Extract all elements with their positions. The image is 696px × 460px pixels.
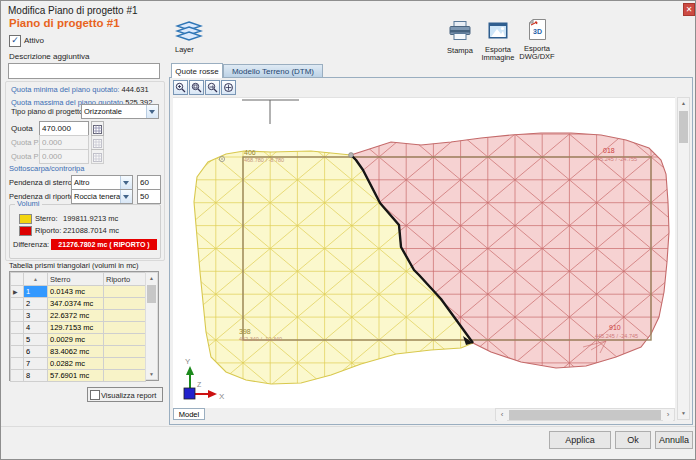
zoom-window-button[interactable] [189,80,204,95]
sterro-value: 199811.9213 mc [63,214,118,223]
attivo-checkbox[interactable]: ✓ [9,35,21,47]
table-row[interactable]: 683.4062 mc [11,346,146,358]
visualizza-report-label: Visualizza report [101,391,156,400]
quota-p3-picker-button[interactable] [91,149,104,164]
scroll-up-icon[interactable]: ▲ [678,98,689,109]
table-row[interactable]: 70.0282 mc [11,358,146,370]
drawing-canvas[interactable]: 406468.780 / -8.780018445.245 / -24.7553… [173,97,675,409]
canvas-hscrollbar[interactable]: ‹ › [495,408,675,421]
quota-input[interactable] [39,121,89,136]
riporto-cell[interactable] [104,334,146,346]
vscrollbar-thumb[interactable] [679,111,688,143]
prism-table: ▲ Sterro Riporto ▶10.0143 mc2347.0374 mc… [10,272,146,382]
tipo-select[interactable]: Orizzontale [81,104,159,119]
sort-asc-icon[interactable]: ▲ [24,273,48,286]
layer-label: Layer [173,45,209,54]
header-sterro[interactable]: Sterro [48,273,104,286]
row-id-cell[interactable]: 2 [24,298,48,310]
descrizione-input[interactable] [8,63,160,79]
axis-label-x: X [219,392,225,401]
scroll-left-icon[interactable]: ‹ [497,409,507,421]
sterro-cell[interactable]: 129.7153 mc [48,322,104,334]
hscrollbar-thumb[interactable] [509,410,661,420]
pendenza-riporto-num-input[interactable] [137,189,161,204]
table-header-row: ▲ Sterro Riporto [11,273,146,286]
esporta-immagine-button[interactable]: Esporta Immagine [479,19,517,63]
point-label-id: 406 [244,149,256,156]
table-scrollbar-thumb[interactable] [147,285,156,303]
table-caption: Tabella prismi triangolari (volumi in mc… [9,261,139,270]
ok-button[interactable]: Ok [615,431,651,449]
sterro-cell[interactable]: 0.0143 mc [48,286,104,298]
point-label-coords: 462.340 / -12.340 [239,336,282,342]
close-icon[interactable]: ✕ [683,3,695,16]
zoom-previous-icon [207,82,218,93]
row-id-cell[interactable]: 7 [24,358,48,370]
row-id-cell[interactable]: 4 [24,322,48,334]
quota-p3-input[interactable] [39,149,89,164]
riporto-color-swatch [19,226,32,236]
scroll-right-icon[interactable]: › [663,409,673,421]
visualizza-report-checkbox[interactable] [90,390,100,400]
esporta-dwg-button[interactable]: 3D Esporta DWG/DXF [517,17,557,63]
sottoscarpa-label: Sottoscarpa/controripa [9,164,84,173]
point-label-id: 018 [603,147,615,154]
stampa-button[interactable]: Stampa [441,19,479,59]
quota-minima-label: Quota minima del piano quotato: [11,85,119,94]
table-row[interactable]: 322.6372 mc [11,310,146,322]
table-row[interactable]: 50.0029 mc [11,334,146,346]
table-row[interactable]: 857.6901 mc [11,370,146,382]
zoom-previous-button[interactable] [205,80,220,95]
row-id-cell[interactable]: 8 [24,370,48,382]
row-id-cell[interactable]: 1 [24,286,48,298]
row-id-cell[interactable]: 5 [24,334,48,346]
riporto-cell[interactable] [104,286,146,298]
canvas-vscrollbar[interactable]: ▲ ▼ [677,97,690,420]
header-riporto[interactable]: Riporto [104,273,146,286]
layer-button[interactable]: Layer [173,21,207,61]
quota-minima-value: 444.631 [122,85,149,94]
sterro-cell[interactable]: 83.4062 mc [48,346,104,358]
riporto-cell[interactable] [104,310,146,322]
model-tab[interactable]: Model [173,408,205,420]
quota-p2-input[interactable] [39,135,89,150]
tab-quote-rosse[interactable]: Quote rosse [171,63,223,78]
riporto-cell[interactable] [104,358,146,370]
table-row[interactable]: 4129.7153 mc [11,322,146,334]
quota-p2-picker-button[interactable] [91,135,104,150]
point-label-coords: 445.245 / -24.755 [594,156,637,162]
sterro-cell[interactable]: 0.0029 mc [48,334,104,346]
scroll-down-icon[interactable]: ▼ [678,408,689,419]
pendenza-sterro-label: Pendenza di sterro: [9,178,74,187]
point-label-id: 398 [239,328,251,335]
pan-button[interactable] [221,80,236,95]
scroll-down-icon[interactable]: ▼ [146,369,157,379]
table-scrollbar[interactable]: ▲ ▼ [145,272,158,380]
layers-icon [175,21,203,41]
row-id-cell[interactable]: 6 [24,346,48,358]
visualizza-report-button[interactable]: Visualizza report [87,387,163,402]
pendenza-riporto-select[interactable]: Roccia tenera (S [71,189,133,204]
sterro-cell[interactable]: 57.6901 mc [48,370,104,382]
sterro-cell[interactable]: 0.0282 mc [48,358,104,370]
scroll-up-icon[interactable]: ▲ [146,273,157,283]
riporto-cell[interactable] [104,370,146,382]
pendenza-sterro-num-input[interactable] [137,175,161,190]
pendenza-sterro-select[interactable]: Altro [71,175,133,190]
sterro-cell[interactable]: 347.0374 mc [48,298,104,310]
riporto-cell[interactable] [104,298,146,310]
riporto-cell[interactable] [104,346,146,358]
zoom-in-button[interactable] [173,80,188,95]
annulla-button[interactable]: Annulla [655,431,693,449]
table-row[interactable]: 2347.0374 mc [11,298,146,310]
quota-label: Quota [11,124,33,133]
tab-modello-terreno[interactable]: Modello Terreno (DTM) [223,64,323,78]
table-row[interactable]: ▶10.0143 mc [11,286,146,298]
applica-button[interactable]: Applica [549,431,611,449]
row-id-cell[interactable]: 3 [24,310,48,322]
quota-p3-label: Quota P3 [11,152,43,161]
sterro-cell[interactable]: 22.6372 mc [48,310,104,322]
quota-picker-button[interactable] [91,121,104,136]
riporto-cell[interactable] [104,322,146,334]
footer-divider [1,426,696,427]
